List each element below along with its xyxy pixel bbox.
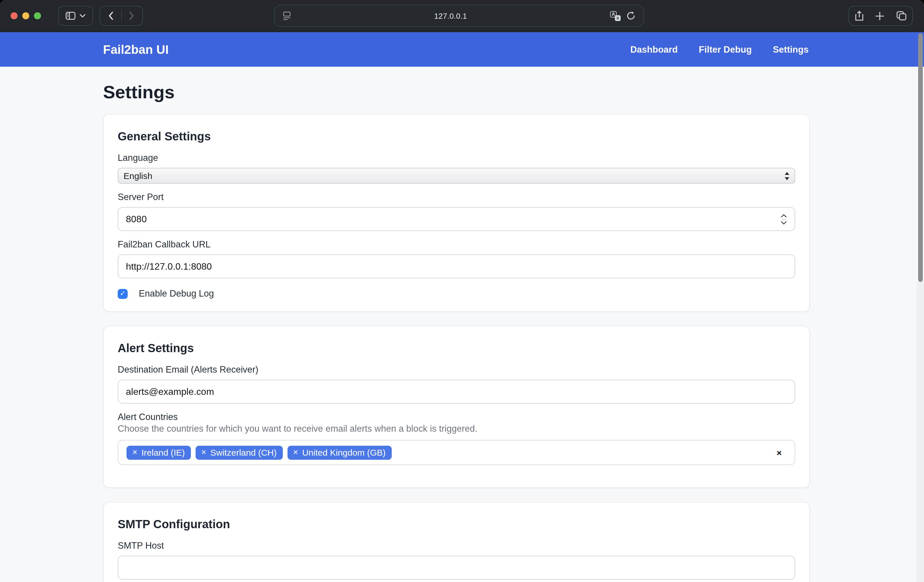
new-tab-button[interactable] [876, 12, 884, 20]
brand[interactable]: Fail2ban UI [103, 43, 168, 56]
zoom-window-button[interactable] [34, 12, 41, 19]
remove-tag-icon[interactable]: × [201, 448, 206, 457]
show-tabs-button[interactable] [896, 11, 906, 20]
card-general-settings: General Settings Language English Server… [103, 114, 810, 312]
remove-tag-icon[interactable]: × [293, 448, 298, 457]
history-nav-group [99, 6, 143, 26]
tag-label: United Kingdom (GB) [302, 447, 386, 457]
remove-tag-icon[interactable]: × [132, 448, 137, 457]
debug-log-label: Enable Debug Log [139, 288, 214, 299]
back-icon [108, 11, 114, 20]
card-smtp-configuration: SMTP Configuration SMTP Host [103, 502, 810, 582]
country-tag[interactable]: × Switzerland (CH) [195, 446, 282, 459]
smtp-configuration-heading: SMTP Configuration [118, 518, 795, 531]
plus-icon [876, 12, 884, 20]
server-port-label: Server Port [118, 192, 795, 202]
stepper-up-icon [780, 214, 787, 218]
scrollbar-thumb[interactable] [918, 33, 923, 282]
chevron-down-icon [80, 14, 86, 18]
reload-icon[interactable] [627, 11, 635, 20]
destination-email-label: Destination Email (Alerts Receiver) [118, 364, 795, 375]
translate-icon[interactable]: Ax [610, 11, 621, 21]
forward-button[interactable] [122, 7, 142, 25]
address-bar[interactable]: 127.0.0.1 Ax [274, 5, 644, 27]
browser-toolbar: 127.0.0.1 Ax [0, 0, 924, 32]
settings-page: Settings General Settings Language Engli… [0, 82, 924, 582]
countries-multiselect[interactable]: × Ireland (IE) × Switzerland (CH) × Unit… [118, 440, 795, 465]
back-button[interactable] [100, 7, 121, 25]
clear-selection-button[interactable]: × [776, 447, 782, 457]
callback-url-input[interactable] [118, 255, 795, 278]
sidebar-toggle-button[interactable] [58, 6, 93, 26]
tabs-overview-icon [896, 11, 906, 20]
browser-window: 127.0.0.1 Ax [0, 0, 924, 582]
debug-log-row: ✓ Enable Debug Log [118, 288, 795, 299]
country-tag[interactable]: × Ireland (IE) [127, 446, 191, 459]
alert-countries-label: Alert Countries [118, 412, 795, 423]
nav-links: Dashboard Filter Debug Settings [630, 44, 808, 55]
checkmark-icon: ✓ [120, 290, 125, 297]
destination-email-input[interactable] [118, 380, 795, 404]
share-button[interactable] [855, 10, 864, 21]
share-icon [855, 10, 864, 21]
server-port-input[interactable] [118, 207, 795, 231]
app-navbar: Fail2ban UI Dashboard Filter Debug Setti… [0, 32, 924, 67]
number-stepper[interactable] [780, 214, 787, 225]
scrollbar-track[interactable] [916, 282, 924, 582]
card-alert-settings: Alert Settings Destination Email (Alerts… [103, 326, 810, 488]
stepper-divider [782, 219, 786, 219]
language-selected-value: English [124, 171, 152, 181]
alert-countries-help: Choose the countries for which you want … [118, 424, 795, 434]
smtp-host-input[interactable] [118, 556, 795, 580]
nav-link-filter-debug[interactable]: Filter Debug [699, 44, 752, 55]
alert-settings-heading: Alert Settings [118, 342, 795, 355]
debug-log-checkbox[interactable]: ✓ [118, 289, 128, 299]
callback-url-label: Fail2ban Callback URL [118, 239, 795, 250]
smtp-host-label: SMTP Host [118, 541, 795, 551]
stepper-down-icon [780, 220, 787, 225]
tag-label: Switzerland (CH) [210, 447, 277, 457]
page-settings-icon[interactable] [283, 12, 291, 20]
traffic-lights [10, 12, 41, 19]
minimize-window-button[interactable] [22, 12, 29, 19]
select-arrows-icon [784, 171, 789, 181]
sidebar-icon [66, 12, 76, 20]
forward-icon [129, 11, 135, 20]
close-window-button[interactable] [10, 12, 18, 19]
country-tag[interactable]: × United Kingdom (GB) [287, 446, 391, 459]
page-title: Settings [103, 82, 810, 103]
tag-label: Ireland (IE) [142, 447, 185, 457]
nav-link-dashboard[interactable]: Dashboard [630, 44, 678, 55]
nav-link-settings[interactable]: Settings [773, 44, 808, 55]
language-label: Language [118, 153, 795, 163]
language-select[interactable]: English [118, 168, 795, 184]
url-text[interactable]: 127.0.0.1 [291, 12, 610, 20]
general-settings-heading: General Settings [118, 130, 795, 143]
toolbar-actions [848, 6, 913, 26]
